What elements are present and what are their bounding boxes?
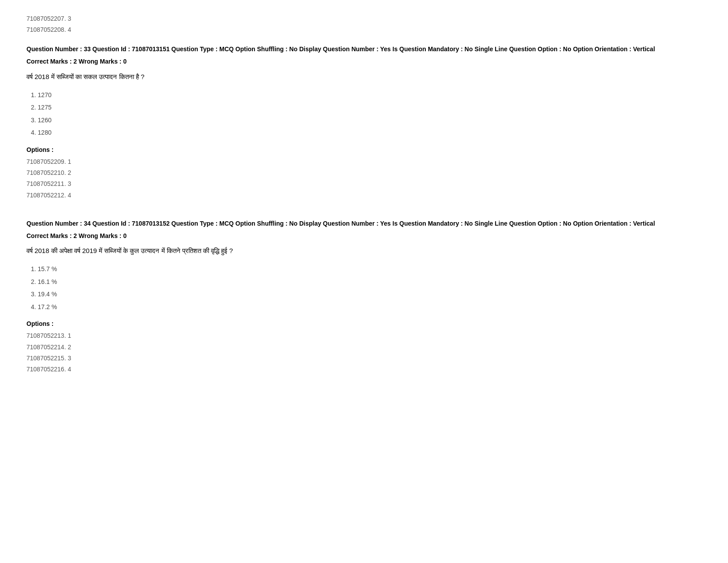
question-33-option-1: 1. 1270: [31, 90, 702, 100]
question-33-option-id-4: 71087052212. 4: [26, 190, 702, 201]
question-33-option-id-3: 71087052211. 3: [26, 178, 702, 189]
question-34-option-3: 3. 19.4 %: [31, 289, 702, 299]
prev-question-options: 71087052207. 3 71087052208. 4: [26, 13, 702, 35]
question-34-text: वर्ष 2018 की अपेक्षा वर्ष 2019 में सब्जि…: [26, 245, 702, 257]
question-34-block: Question Number : 34 Question Id : 71087…: [26, 219, 702, 375]
question-34-option-4: 4. 17.2 %: [31, 302, 702, 312]
question-34-options-list: 1. 15.7 % 2. 16.1 % 3. 19.4 % 4. 17.2 %: [26, 264, 702, 312]
question-33-option-id-1: 71087052209. 1: [26, 156, 702, 167]
question-33-options-list: 1. 1270 2. 1275 3. 1260 4. 1280: [26, 90, 702, 138]
question-34-option-id-1: 71087052213. 1: [26, 330, 702, 341]
prev-option-3: 71087052207. 3: [26, 13, 702, 24]
question-34-option-ids: 71087052213. 1 71087052214. 2 7108705221…: [26, 330, 702, 375]
question-34-options-label: Options :: [26, 319, 702, 329]
question-34-option-2: 2. 16.1 %: [31, 277, 702, 287]
question-34-option-id-2: 71087052214. 2: [26, 342, 702, 353]
question-33-option-4: 4. 1280: [31, 128, 702, 137]
question-33-option-3: 3. 1260: [31, 115, 702, 125]
prev-option-4: 71087052208. 4: [26, 24, 702, 35]
question-34-option-id-4: 71087052216. 4: [26, 364, 702, 375]
question-33-option-2: 2. 1275: [31, 102, 702, 112]
question-34-meta: Question Number : 34 Question Id : 71087…: [26, 219, 702, 229]
question-33-marks: Correct Marks : 2 Wrong Marks : 0: [26, 57, 702, 66]
question-33-option-id-2: 71087052210. 2: [26, 167, 702, 178]
question-34-option-id-3: 71087052215. 3: [26, 353, 702, 364]
question-33-options-label: Options :: [26, 145, 702, 155]
question-33-meta: Question Number : 33 Question Id : 71087…: [26, 44, 702, 55]
question-33-option-ids: 71087052209. 1 71087052210. 2 7108705221…: [26, 156, 702, 201]
question-34-marks: Correct Marks : 2 Wrong Marks : 0: [26, 231, 702, 241]
question-34-option-1: 1. 15.7 %: [31, 264, 702, 274]
question-33-block: Question Number : 33 Question Id : 71087…: [26, 44, 702, 200]
question-33-text: वर्ष 2018 में सब्जियों का सकल उत्पादन कि…: [26, 71, 702, 83]
